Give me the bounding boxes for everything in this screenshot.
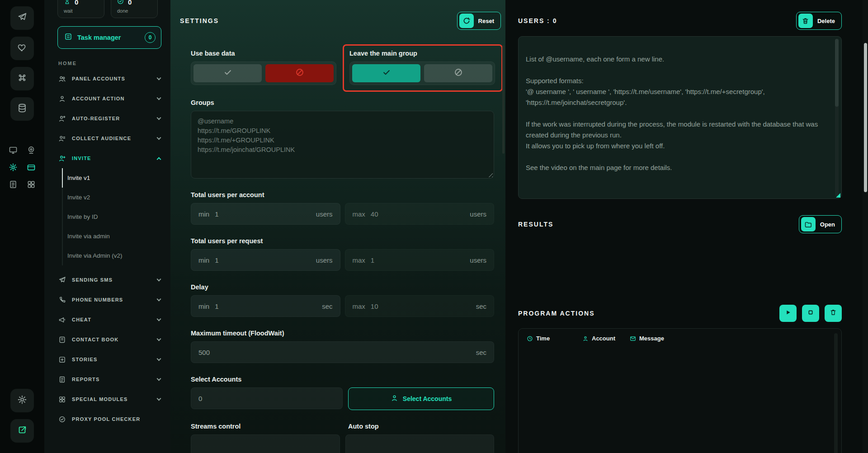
delay-min-input[interactable]: min 1 sec [191,295,340,317]
clear-button[interactable] [825,305,842,322]
monitor-icon[interactable] [9,146,18,155]
user-plus-icon [58,155,66,162]
textarea-scrollbar-thumb[interactable] [835,39,839,107]
use-base-data-toggle [191,61,336,85]
streams-control-input[interactable] [191,434,340,453]
auto-stop-label: Auto stop [348,423,379,430]
trash-icon [798,14,813,28]
sidebar-item-phone-numbers[interactable]: PHONE NUMBERS [44,290,170,310]
play-button[interactable] [779,305,797,322]
prohibition-icon [454,68,463,79]
sidebar-item-proxy-pool-checker[interactable]: PROXY POOL CHECKER [44,409,170,429]
megaphone-icon [58,316,66,324]
sidebar-item-reports[interactable]: REPORTS [44,369,170,389]
reset-icon [459,14,474,28]
icon-rail [0,0,44,453]
wait-count: 0 [75,0,78,6]
user-icon [391,394,398,403]
chevron-down-icon [157,95,161,100]
modules-grid-icon[interactable] [27,180,36,189]
automation-gear-icon[interactable] [9,163,18,172]
done-count: 0 [128,0,132,6]
sidebar-item-account-action[interactable]: ACCOUNT ACTION [44,89,170,109]
sidebar-item-auto-register[interactable]: AUTO-REGISTER [44,109,170,128]
delete-button[interactable]: Delete [796,12,842,30]
select-accounts-button[interactable]: Select Accounts [348,387,494,410]
stop-button[interactable] [802,305,819,322]
chevron-down-icon [157,336,161,341]
delay-max-input[interactable]: max 10 sec [345,295,495,317]
account-column-header[interactable]: Account [582,335,630,342]
sidebar-item-contact-book[interactable]: CONTACT BOOK [44,330,170,349]
grid-icon [58,396,66,403]
document-icon[interactable] [9,180,18,189]
logout-button[interactable] [10,419,34,443]
total-users-per-request-field: Total users per request min 1 users max … [191,237,494,271]
paper-plane-icon [17,12,27,24]
gear-icon [17,395,27,406]
play-icon [784,309,792,318]
chevron-down-icon [157,376,161,381]
page-scrollbar-thumb[interactable] [864,43,867,192]
task-manager-label: Task manager [77,34,121,41]
favorites-button[interactable] [10,37,34,60]
chevron-down-icon [157,76,161,80]
sidebar-item-stories[interactable]: STORIES [44,349,170,369]
users-info-textarea[interactable]: List of @username, each one form a new l… [518,36,842,199]
accounts-count-input[interactable]: 0 [191,387,343,409]
use-base-data-allow-button[interactable] [193,64,262,82]
plus-square-icon [58,356,66,363]
groups-textarea[interactable]: @username https://t.me/GROUPLINK https:/… [191,111,494,179]
sidebar-item-special-modules[interactable]: SPECIAL MODULES [44,389,170,409]
sidebar-item-collect-audience[interactable]: COLLECT AUDIENCE [44,128,170,148]
annotation-box: Leave the main group [343,44,503,92]
mail-icon [630,335,636,342]
wait-stat-card: 0 wait [57,0,104,18]
groups-label: Groups [191,99,494,106]
chevron-down-icon [157,297,161,301]
done-label: done [117,8,151,14]
users-per-request-max-input[interactable]: max 1 users [345,249,495,271]
command-button[interactable] [10,67,34,90]
paper-plane-icon [58,276,66,284]
user-gear-icon [58,115,66,123]
submenu-invite-via-admin-v2[interactable]: Invite via Admin (v2) [44,246,170,265]
use-base-data-deny-button[interactable] [265,64,334,82]
settings-button[interactable] [10,389,34,412]
hourglass-icon [64,0,71,6]
sidebar-item-invite[interactable]: INVITE [44,148,170,168]
reset-button[interactable]: Reset [457,12,501,30]
users-per-account-min-input[interactable]: min 1 users [191,203,340,225]
submenu-invite-v1[interactable]: Invite v1 [44,168,170,188]
open-button[interactable]: Open [799,215,842,233]
webcam-icon[interactable] [27,146,36,155]
submenu-invite-by-id[interactable]: Invite by ID [44,207,170,226]
telegram-icon-button[interactable] [10,6,34,30]
results-title: RESULTS [518,221,553,228]
trash-icon [830,309,837,318]
table-scrollbar-track[interactable] [834,333,838,453]
users-per-request-min-input[interactable]: min 1 users [191,249,340,271]
clock-icon [527,335,533,342]
queue-stats: 0 wait 0 done [44,0,170,18]
auto-stop-input[interactable] [345,434,495,453]
settings-scrollbar[interactable] [502,45,505,154]
sidebar-item-sending-sms[interactable]: SENDING SMS [44,270,170,290]
users-title: USERS : 0 [518,17,557,24]
leave-main-group-deny-button[interactable] [424,64,492,82]
leave-main-group-allow-button[interactable] [352,64,420,82]
wallet-icon[interactable] [27,163,36,172]
database-button[interactable] [10,97,34,121]
task-manager-button[interactable]: Task manager 0 [57,26,161,49]
users-per-account-max-input[interactable]: max 40 users [345,203,495,225]
time-column-header[interactable]: Time [527,335,582,342]
sidebar-item-panel-accounts[interactable]: PANEL ACCOUNTS [44,69,170,89]
message-column-header[interactable]: Message [630,335,664,342]
phone-icon [58,296,66,304]
chevron-down-icon [157,135,161,140]
submenu-invite-via-admin[interactable]: Invite via admin [44,226,170,246]
sidebar-item-cheat[interactable]: CHEAT [44,310,170,330]
submenu-invite-v2[interactable]: Invite v2 [44,188,170,207]
max-timeout-input[interactable]: 500 sec [191,341,494,363]
users-icon [58,75,66,83]
